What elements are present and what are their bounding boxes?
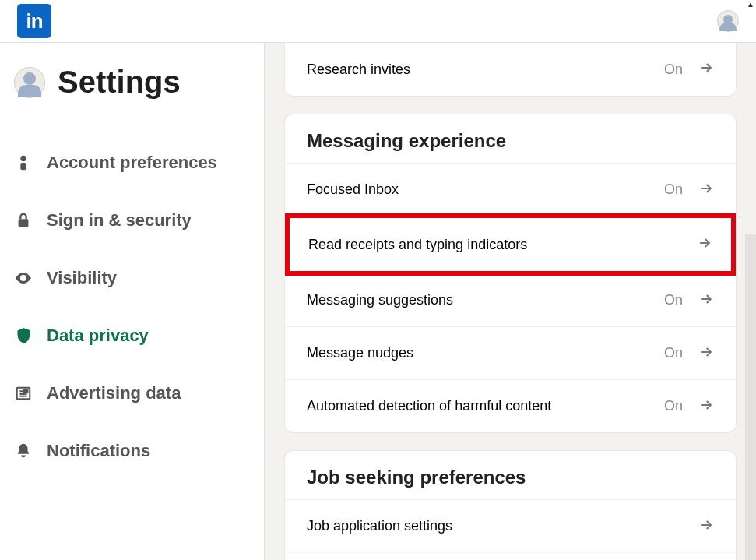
svg-rect-2 — [19, 219, 29, 227]
setting-label: Focused Inbox — [307, 181, 399, 198]
lock-icon — [14, 211, 33, 230]
setting-value: On — [664, 398, 683, 414]
setting-label: Messaging suggestions — [307, 292, 453, 308]
svg-point-3 — [22, 276, 25, 280]
sidebar-item-label: Visibility — [47, 268, 117, 288]
chevron-right-icon — [698, 291, 714, 310]
setting-value: On — [664, 292, 683, 308]
section-research-continuation: Research invites On — [285, 43, 736, 96]
setting-messaging-suggestions[interactable]: Messaging suggestions On — [285, 273, 736, 326]
main-content: Research invites On Messaging experience… — [265, 43, 756, 560]
setting-label: Job application settings — [307, 518, 452, 534]
section-title: Messaging experience — [285, 114, 736, 163]
setting-read-receipts[interactable]: Read receipts and typing indicators — [290, 218, 731, 271]
sidebar-item-label: Data privacy — [47, 326, 149, 346]
setting-message-nudges[interactable]: Message nudges On — [285, 326, 736, 379]
page-header: Settings — [0, 43, 264, 109]
section-messaging-experience: Messaging experience Focused Inbox On Re… — [285, 114, 736, 432]
chevron-right-icon — [698, 517, 714, 536]
sidebar-item-label: Advertising data — [47, 383, 181, 403]
setting-value: On — [664, 181, 683, 198]
nav-list: Account preferences Sign in & security V… — [0, 134, 264, 480]
setting-label: Automated detection of harmful content — [307, 398, 551, 414]
topbar: in — [0, 0, 756, 43]
sidebar-item-security[interactable]: Sign in & security — [0, 192, 264, 249]
chevron-right-icon — [698, 60, 714, 79]
setting-research-invites[interactable]: Research invites On — [285, 43, 736, 96]
bell-icon — [14, 442, 33, 460]
page-title: Settings — [58, 65, 181, 100]
chevron-right-icon — [698, 397, 714, 416]
linkedin-logo[interactable]: in — [17, 4, 51, 38]
sidebar-item-account[interactable]: Account preferences — [0, 134, 264, 192]
highlight-box: Read receipts and typing indicators — [285, 213, 736, 276]
sidebar-item-advertising[interactable]: Advertising data — [0, 365, 264, 422]
sidebar-item-label: Sign in & security — [47, 210, 192, 231]
chevron-right-icon — [698, 344, 714, 363]
setting-label: Research invites — [307, 62, 410, 78]
eye-icon — [14, 269, 33, 287]
section-job-seeking: Job seeking preferences Job application … — [285, 451, 736, 560]
newspaper-icon — [14, 384, 33, 403]
layout: Settings Account preferences Sign in & s… — [0, 43, 756, 560]
setting-value: On — [664, 345, 683, 361]
sidebar: Settings Account preferences Sign in & s… — [0, 43, 265, 560]
chevron-right-icon — [698, 181, 714, 199]
sidebar-item-label: Notifications — [47, 441, 150, 461]
profile-avatar[interactable] — [14, 67, 45, 98]
setting-harmful-content-detection[interactable]: Automated detection of harmful content O… — [285, 379, 736, 432]
setting-label: Read receipts and typing indicators — [308, 237, 527, 253]
section-title: Job seeking preferences — [285, 451, 736, 499]
sidebar-item-privacy[interactable]: Data privacy — [0, 307, 264, 365]
chevron-right-icon — [697, 235, 712, 254]
svg-point-0 — [20, 156, 26, 161]
profile-avatar-small[interactable] — [717, 10, 739, 32]
setting-focused-inbox[interactable]: Focused Inbox On — [285, 163, 736, 216]
setting-value: On — [664, 62, 683, 78]
scroll-up-arrow[interactable]: ▲ — [745, 0, 756, 11]
sidebar-item-label: Account preferences — [47, 153, 217, 173]
svg-rect-8 — [24, 389, 28, 393]
shield-icon — [14, 326, 33, 345]
sidebar-item-notifications[interactable]: Notifications — [0, 422, 264, 480]
svg-rect-1 — [20, 163, 26, 170]
setting-job-application-settings[interactable]: Job application settings — [285, 499, 736, 552]
setting-label: Message nudges — [307, 345, 413, 361]
setting-share-profile-on-apply[interactable]: Share your profile when you click Apply … — [285, 552, 736, 560]
person-icon — [14, 153, 33, 172]
sidebar-item-visibility[interactable]: Visibility — [0, 249, 264, 307]
scrollbar[interactable] — [745, 234, 756, 560]
